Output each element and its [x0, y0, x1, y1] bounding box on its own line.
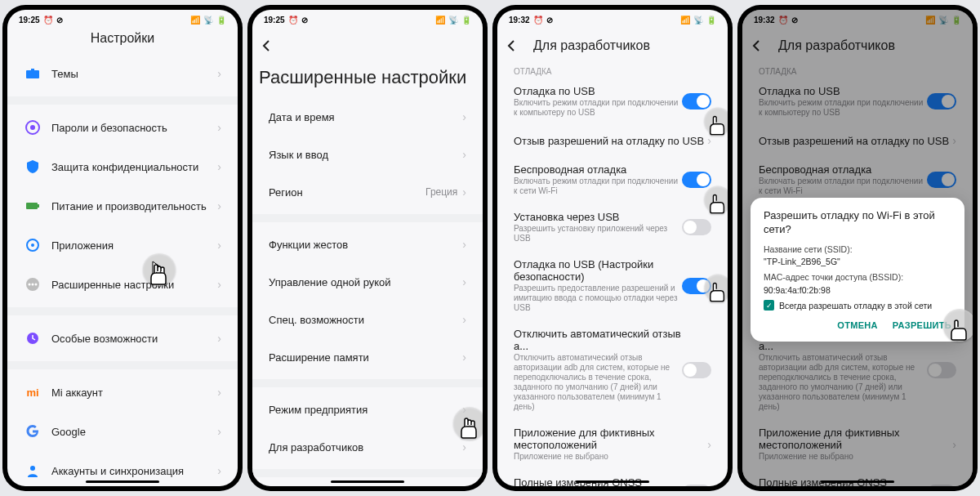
chevron-right-icon: ›	[462, 148, 466, 161]
statusbar: 19:32⏰⊘ 📶📡🔋	[497, 10, 728, 29]
person-icon	[24, 462, 42, 480]
toggle-install-usb[interactable]	[682, 219, 711, 235]
settings-row-apps[interactable]: Приложения›	[17, 226, 228, 265]
svg-point-9	[29, 284, 31, 286]
chevron-right-icon: ›	[462, 185, 466, 199]
chevron-right-icon: ›	[217, 464, 221, 477]
dialog-title: Разрешить отладку по Wi-Fi в этой сети?	[764, 209, 951, 237]
row-wireless-debug[interactable]: Беспроводная отладкаВключать режим отлад…	[507, 156, 718, 203]
dialog-always-allow-checkbox[interactable]: ✓ Всегда разрешать отладку в этой сети	[764, 300, 951, 311]
lock-icon	[24, 118, 42, 136]
row-subtitle: Включать режим отладки при подключении к…	[514, 177, 682, 196]
row-label: Особые возможности	[51, 333, 217, 345]
row-label: Регион	[269, 186, 425, 199]
row-lang-input[interactable]: Язык и ввод›	[262, 136, 473, 173]
svg-point-13	[30, 466, 35, 471]
statusbar: 19:25⏰⊘ 📶📡🔋	[252, 10, 483, 29]
wifi-debug-dialog: Разрешить отладку по Wi-Fi в этой сети? …	[751, 198, 964, 342]
row-usb-security[interactable]: Отладка по USB (Настройки безопасности)Р…	[507, 251, 718, 320]
toggle-usb-debug[interactable]	[682, 93, 711, 109]
row-label: Пароли и безопасность	[51, 122, 217, 134]
chevron-right-icon: ›	[462, 351, 466, 364]
section-label: ОТЛАДКА	[507, 60, 718, 78]
battery-icon	[24, 197, 42, 215]
row-install-usb[interactable]: Установка через USBРазрешить установку п…	[507, 203, 718, 251]
settings-row-google[interactable]: Google›	[17, 412, 228, 451]
chevron-right-icon: ›	[217, 332, 221, 345]
svg-rect-4	[26, 203, 38, 209]
row-region[interactable]: РегионГреция›	[262, 173, 473, 211]
timer-icon	[24, 329, 42, 347]
chevron-right-icon: ›	[462, 440, 466, 454]
row-date-time[interactable]: Дата и время›	[262, 98, 473, 136]
chevron-right-icon: ›	[217, 121, 221, 134]
row-label: Защита конфиденциальности	[51, 161, 217, 173]
mi-icon: mi	[24, 383, 42, 401]
statusbar: 19:25⏰⊘ 📶📡🔋	[7, 10, 238, 29]
settings-row-advanced[interactable]: Расширенные настройки›	[17, 265, 228, 304]
svg-rect-5	[38, 204, 39, 208]
toggle-gnss[interactable]	[682, 485, 711, 486]
row-value: Греция	[425, 186, 457, 198]
row-auto-revoke[interactable]: Отключить автоматический отзыв а...Отклю…	[507, 320, 718, 419]
chevron-right-icon: ›	[707, 134, 711, 147]
row-subtitle: Разрешить установку приложений через USB	[514, 224, 682, 244]
row-gnss[interactable]: Полные измерения GNSSОтслеживать все гру…	[507, 469, 718, 486]
dialog-ssid-value: "TP-Link_2B96_5G"	[764, 257, 951, 266]
row-label: Режим предприятия	[269, 404, 462, 416]
row-accessibility[interactable]: Спец. возможности›	[262, 301, 473, 338]
chevron-right-icon: ›	[462, 275, 466, 288]
toggle-usb-security[interactable]	[682, 278, 711, 294]
row-label: Беспроводная отладка	[514, 163, 682, 176]
chevron-right-icon: ›	[462, 110, 466, 123]
svg-point-3	[30, 125, 35, 130]
toggle-wireless-debug[interactable]	[682, 172, 711, 188]
svg-point-7	[31, 244, 34, 247]
row-mock-location[interactable]: Приложение для фиктивных местоположенийП…	[507, 419, 718, 469]
chevron-right-icon: ›	[217, 239, 221, 252]
nav-handle[interactable]	[331, 480, 404, 483]
settings-row-power[interactable]: Питание и производительность›	[17, 186, 228, 226]
settings-row-digital-wellbeing[interactable]: Особые возможности›	[17, 319, 228, 358]
dialog-allow-button[interactable]: РАЗРЕШИТЬ	[893, 320, 951, 330]
toggle-auto-revoke[interactable]	[682, 362, 711, 378]
row-enterprise[interactable]: Режим предприятия›	[262, 391, 473, 428]
row-label: Приложения	[51, 239, 217, 252]
page-title: Расширенные настройки	[252, 60, 483, 98]
row-label: Функции жестов	[269, 239, 462, 251]
row-label: Управление одной рукой	[269, 276, 462, 288]
row-gestures[interactable]: Функции жестов›	[262, 226, 473, 263]
back-button[interactable]	[256, 34, 278, 57]
row-revoke-usb-auth[interactable]: Отзыв разрешений на отладку по USB ›	[507, 125, 718, 156]
page-title: Для разработчиков	[533, 38, 650, 53]
settings-row-mi-account[interactable]: mi Mi аккаунт›	[17, 373, 228, 412]
row-usb-debug[interactable]: Отладка по USBВключить режим отладки при…	[507, 78, 718, 125]
dialog-cancel-button[interactable]: ОТМЕНА	[837, 320, 877, 330]
row-label: Приложение для фиктивных местоположений	[514, 427, 707, 451]
row-label: Темы	[51, 68, 217, 80]
google-icon	[24, 422, 42, 440]
row-one-hand[interactable]: Управление одной рукой›	[262, 263, 473, 301]
nav-handle[interactable]	[86, 480, 159, 483]
row-subtitle: Разрешить предоставление разрешений и им…	[514, 284, 682, 313]
apps-icon	[24, 236, 42, 254]
chevron-right-icon: ›	[217, 160, 221, 173]
nav-handle[interactable]	[576, 480, 649, 483]
chevron-right-icon: ›	[217, 199, 221, 212]
row-memory-ext[interactable]: Расширение памяти›	[262, 338, 473, 376]
settings-row-themes[interactable]: Темы›	[17, 54, 228, 93]
row-developer-options[interactable]: Для разработчиков›	[262, 428, 473, 466]
settings-row-passwords[interactable]: Пароли и безопасность›	[17, 108, 228, 147]
shield-icon	[24, 158, 42, 176]
settings-icon	[24, 275, 42, 293]
row-label: Для разработчиков	[269, 441, 462, 454]
row-label: Mi аккаунт	[51, 387, 217, 399]
row-label: Отключить автоматический отзыв а...	[514, 328, 682, 352]
row-label: Отзыв разрешений на отладку по USB	[514, 135, 707, 147]
row-label: Google	[51, 426, 217, 438]
themes-icon	[24, 65, 42, 83]
page-title: Настройки	[7, 29, 238, 54]
settings-row-privacy-protection[interactable]: Защита конфиденциальности›	[17, 147, 228, 186]
back-button[interactable]	[501, 34, 523, 57]
chevron-right-icon: ›	[217, 386, 221, 399]
